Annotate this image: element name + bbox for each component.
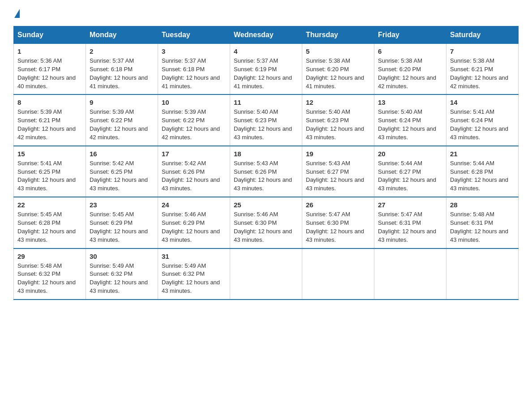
calendar-cell: 31 Sunrise: 5:49 AMSunset: 6:32 PMDaylig… bbox=[158, 248, 230, 300]
calendar-cell: 17 Sunrise: 5:42 AMSunset: 6:26 PMDaylig… bbox=[158, 146, 230, 197]
day-info: Sunrise: 5:37 AMSunset: 6:19 PMDaylight:… bbox=[234, 57, 298, 90]
weekday-header-friday: Friday bbox=[374, 26, 446, 44]
day-number: 28 bbox=[450, 201, 515, 209]
day-info: Sunrise: 5:49 AMSunset: 6:32 PMDaylight:… bbox=[90, 262, 154, 295]
weekday-header-saturday: Saturday bbox=[446, 26, 519, 44]
calendar-header: SundayMondayTuesdayWednesdayThursdayFrid… bbox=[14, 26, 519, 44]
calendar-cell: 30 Sunrise: 5:49 AMSunset: 6:32 PMDaylig… bbox=[86, 248, 158, 300]
day-number: 5 bbox=[306, 47, 370, 55]
calendar-cell: 29 Sunrise: 5:48 AMSunset: 6:32 PMDaylig… bbox=[14, 248, 86, 300]
week-row-1: 1 Sunrise: 5:36 AMSunset: 6:17 PMDayligh… bbox=[14, 44, 519, 95]
calendar-cell: 10 Sunrise: 5:39 AMSunset: 6:22 PMDaylig… bbox=[158, 94, 230, 146]
week-row-3: 15 Sunrise: 5:41 AMSunset: 6:25 PMDaylig… bbox=[14, 146, 519, 197]
calendar-cell: 22 Sunrise: 5:45 AMSunset: 6:28 PMDaylig… bbox=[14, 197, 86, 248]
calendar-cell: 27 Sunrise: 5:47 AMSunset: 6:31 PMDaylig… bbox=[374, 197, 446, 248]
day-info: Sunrise: 5:43 AMSunset: 6:27 PMDaylight:… bbox=[306, 159, 370, 193]
day-info: Sunrise: 5:37 AMSunset: 6:18 PMDaylight:… bbox=[90, 57, 154, 90]
day-info: Sunrise: 5:47 AMSunset: 6:30 PMDaylight:… bbox=[306, 210, 370, 244]
calendar-cell: 5 Sunrise: 5:38 AMSunset: 6:20 PMDayligh… bbox=[302, 44, 374, 95]
calendar-cell: 21 Sunrise: 5:44 AMSunset: 6:28 PMDaylig… bbox=[446, 146, 519, 197]
calendar-cell bbox=[302, 248, 374, 300]
day-number: 30 bbox=[90, 253, 154, 260]
day-number: 13 bbox=[378, 98, 442, 106]
calendar-cell: 23 Sunrise: 5:45 AMSunset: 6:29 PMDaylig… bbox=[86, 197, 158, 248]
weekday-header-tuesday: Tuesday bbox=[158, 26, 230, 44]
day-number: 21 bbox=[450, 150, 515, 158]
day-number: 10 bbox=[162, 98, 226, 106]
day-number: 25 bbox=[234, 201, 298, 209]
day-number: 20 bbox=[378, 150, 442, 158]
day-info: Sunrise: 5:38 AMSunset: 6:20 PMDaylight:… bbox=[378, 57, 442, 90]
calendar-cell: 2 Sunrise: 5:37 AMSunset: 6:18 PMDayligh… bbox=[86, 44, 158, 95]
day-info: Sunrise: 5:46 AMSunset: 6:29 PMDaylight:… bbox=[162, 210, 226, 244]
day-info: Sunrise: 5:43 AMSunset: 6:26 PMDaylight:… bbox=[234, 159, 298, 193]
calendar-cell: 11 Sunrise: 5:40 AMSunset: 6:23 PMDaylig… bbox=[230, 94, 302, 146]
day-number: 2 bbox=[90, 47, 154, 55]
calendar-cell: 15 Sunrise: 5:41 AMSunset: 6:25 PMDaylig… bbox=[14, 146, 86, 197]
day-number: 16 bbox=[90, 150, 154, 158]
day-info: Sunrise: 5:45 AMSunset: 6:28 PMDaylight:… bbox=[17, 210, 82, 244]
calendar-cell bbox=[374, 248, 446, 300]
day-info: Sunrise: 5:40 AMSunset: 6:23 PMDaylight:… bbox=[234, 108, 298, 141]
calendar-cell: 28 Sunrise: 5:48 AMSunset: 6:31 PMDaylig… bbox=[446, 197, 519, 248]
day-info: Sunrise: 5:40 AMSunset: 6:23 PMDaylight:… bbox=[306, 108, 370, 141]
weekday-header-wednesday: Wednesday bbox=[230, 26, 302, 44]
calendar-cell: 8 Sunrise: 5:39 AMSunset: 6:21 PMDayligh… bbox=[14, 94, 86, 146]
day-info: Sunrise: 5:41 AMSunset: 6:24 PMDaylight:… bbox=[450, 108, 515, 141]
calendar-table: SundayMondayTuesdayWednesdayThursdayFrid… bbox=[13, 26, 519, 300]
day-number: 22 bbox=[17, 201, 82, 209]
logo-triangle-icon bbox=[14, 9, 20, 18]
calendar-cell: 18 Sunrise: 5:43 AMSunset: 6:26 PMDaylig… bbox=[230, 146, 302, 197]
day-info: Sunrise: 5:40 AMSunset: 6:24 PMDaylight:… bbox=[378, 108, 442, 141]
day-number: 17 bbox=[162, 150, 226, 158]
calendar-cell: 3 Sunrise: 5:37 AMSunset: 6:18 PMDayligh… bbox=[158, 44, 230, 95]
day-info: Sunrise: 5:39 AMSunset: 6:21 PMDaylight:… bbox=[17, 108, 82, 141]
day-info: Sunrise: 5:44 AMSunset: 6:27 PMDaylight:… bbox=[378, 159, 442, 193]
day-number: 23 bbox=[90, 201, 154, 209]
calendar-cell: 13 Sunrise: 5:40 AMSunset: 6:24 PMDaylig… bbox=[374, 94, 446, 146]
week-row-5: 29 Sunrise: 5:48 AMSunset: 6:32 PMDaylig… bbox=[14, 248, 519, 300]
calendar-cell: 12 Sunrise: 5:40 AMSunset: 6:23 PMDaylig… bbox=[302, 94, 374, 146]
day-number: 6 bbox=[378, 47, 442, 55]
calendar-cell: 1 Sunrise: 5:36 AMSunset: 6:17 PMDayligh… bbox=[14, 44, 86, 95]
day-number: 9 bbox=[90, 98, 154, 106]
day-number: 1 bbox=[17, 47, 82, 55]
day-number: 31 bbox=[162, 253, 226, 260]
day-info: Sunrise: 5:39 AMSunset: 6:22 PMDaylight:… bbox=[90, 108, 154, 141]
day-info: Sunrise: 5:42 AMSunset: 6:26 PMDaylight:… bbox=[162, 159, 226, 193]
calendar-cell: 19 Sunrise: 5:43 AMSunset: 6:27 PMDaylig… bbox=[302, 146, 374, 197]
calendar-cell: 7 Sunrise: 5:38 AMSunset: 6:21 PMDayligh… bbox=[446, 44, 519, 95]
day-number: 8 bbox=[17, 98, 82, 106]
day-number: 26 bbox=[306, 201, 370, 209]
day-info: Sunrise: 5:41 AMSunset: 6:25 PMDaylight:… bbox=[17, 159, 82, 193]
calendar-cell: 9 Sunrise: 5:39 AMSunset: 6:22 PMDayligh… bbox=[86, 94, 158, 146]
weekday-header-monday: Monday bbox=[86, 26, 158, 44]
day-number: 14 bbox=[450, 98, 515, 106]
week-row-4: 22 Sunrise: 5:45 AMSunset: 6:28 PMDaylig… bbox=[14, 197, 519, 248]
day-info: Sunrise: 5:39 AMSunset: 6:22 PMDaylight:… bbox=[162, 108, 226, 141]
calendar-cell: 20 Sunrise: 5:44 AMSunset: 6:27 PMDaylig… bbox=[374, 146, 446, 197]
calendar-body: 1 Sunrise: 5:36 AMSunset: 6:17 PMDayligh… bbox=[14, 44, 519, 300]
calendar-cell: 24 Sunrise: 5:46 AMSunset: 6:29 PMDaylig… bbox=[158, 197, 230, 248]
day-info: Sunrise: 5:38 AMSunset: 6:21 PMDaylight:… bbox=[450, 57, 515, 90]
day-info: Sunrise: 5:42 AMSunset: 6:25 PMDaylight:… bbox=[90, 159, 154, 193]
calendar-cell: 6 Sunrise: 5:38 AMSunset: 6:20 PMDayligh… bbox=[374, 44, 446, 95]
weekday-header-thursday: Thursday bbox=[302, 26, 374, 44]
day-number: 3 bbox=[162, 47, 226, 55]
weekday-row: SundayMondayTuesdayWednesdayThursdayFrid… bbox=[14, 26, 519, 44]
day-number: 11 bbox=[234, 98, 298, 106]
day-info: Sunrise: 5:45 AMSunset: 6:29 PMDaylight:… bbox=[90, 210, 154, 244]
calendar-cell: 4 Sunrise: 5:37 AMSunset: 6:19 PMDayligh… bbox=[230, 44, 302, 95]
day-number: 29 bbox=[17, 253, 82, 260]
day-info: Sunrise: 5:37 AMSunset: 6:18 PMDaylight:… bbox=[162, 57, 226, 90]
calendar-cell bbox=[446, 248, 519, 300]
day-number: 27 bbox=[378, 201, 442, 209]
day-info: Sunrise: 5:47 AMSunset: 6:31 PMDaylight:… bbox=[378, 210, 442, 244]
calendar-cell: 16 Sunrise: 5:42 AMSunset: 6:25 PMDaylig… bbox=[86, 146, 158, 197]
calendar-cell: 14 Sunrise: 5:41 AMSunset: 6:24 PMDaylig… bbox=[446, 94, 519, 146]
day-info: Sunrise: 5:48 AMSunset: 6:31 PMDaylight:… bbox=[450, 210, 515, 244]
day-info: Sunrise: 5:48 AMSunset: 6:32 PMDaylight:… bbox=[17, 262, 82, 295]
day-info: Sunrise: 5:38 AMSunset: 6:20 PMDaylight:… bbox=[306, 57, 370, 90]
day-number: 4 bbox=[234, 47, 298, 55]
day-number: 19 bbox=[306, 150, 370, 158]
